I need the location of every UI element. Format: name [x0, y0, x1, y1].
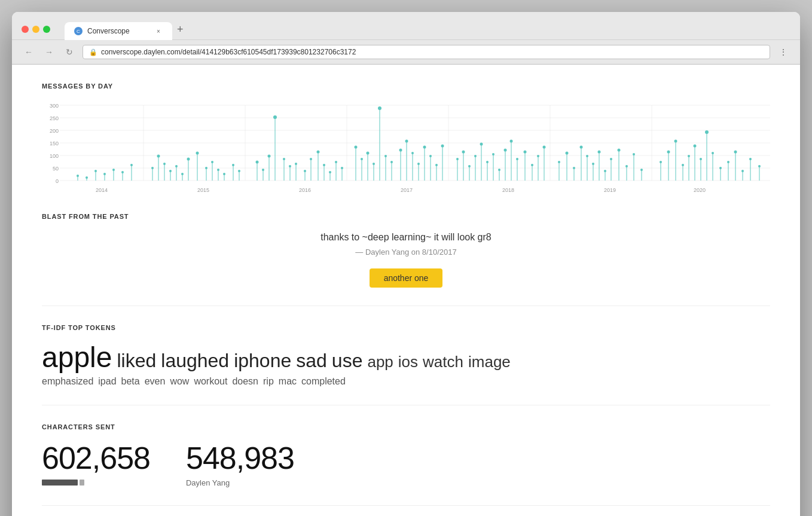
svg-point-132 [468, 165, 471, 167]
svg-point-78 [283, 158, 285, 160]
blast-attribution: — Daylen Yang on 8/10/2017 [42, 248, 770, 257]
svg-point-138 [486, 161, 489, 163]
word-mac: mac [279, 376, 297, 387]
another-one-button[interactable]: another one [370, 268, 443, 288]
svg-point-164 [580, 146, 583, 149]
svg-text:2017: 2017 [401, 187, 413, 193]
active-tab[interactable]: C Converscope × [65, 22, 172, 40]
blast-section-label: BLAST FROM THE PAST [42, 213, 770, 220]
tfidf-section-label: TF-IDF TOP TOKENS [42, 324, 770, 331]
svg-point-168 [592, 163, 594, 165]
chart-section: MESSAGES BY DAY 300 250 200 150 [42, 83, 770, 195]
svg-text:2014: 2014 [96, 187, 108, 193]
svg-text:250: 250 [50, 115, 59, 121]
chars-bar-mine [42, 480, 150, 486]
minimize-button[interactable] [32, 26, 39, 33]
svg-point-202 [719, 167, 722, 169]
word-watch: watch [423, 353, 463, 371]
svg-point-80 [289, 165, 291, 167]
svg-point-158 [558, 161, 560, 163]
svg-point-196 [700, 158, 702, 160]
browser-chrome: C Converscope × + ← → ↻ 🔒 converscope.da… [12, 12, 800, 65]
word-apple: apple [42, 341, 112, 374]
svg-point-108 [384, 155, 387, 157]
svg-point-98 [355, 146, 358, 149]
close-button[interactable] [22, 26, 29, 33]
svg-point-30 [86, 176, 88, 179]
my-chars-count: 602,658 [42, 440, 150, 476]
menu-button[interactable]: ⋮ [776, 45, 790, 59]
svg-point-148 [516, 158, 518, 160]
svg-point-114 [405, 140, 408, 143]
word-liked: liked [117, 350, 156, 372]
svg-point-208 [741, 170, 744, 172]
svg-point-104 [373, 163, 375, 165]
svg-point-82 [295, 163, 297, 165]
other-chars-count: 548,983 [186, 440, 294, 476]
svg-point-116 [411, 152, 414, 154]
svg-point-92 [329, 171, 331, 173]
svg-point-182 [640, 169, 643, 171]
svg-point-176 [618, 149, 621, 152]
tab-close-button[interactable]: × [154, 27, 163, 35]
svg-point-74 [268, 155, 271, 158]
svg-point-190 [682, 164, 684, 166]
title-bar: C Converscope × + [12, 12, 800, 39]
svg-text:0: 0 [56, 178, 59, 184]
svg-point-174 [610, 158, 612, 160]
word-cloud-row2: emphasized ipad beta even wow workout do… [42, 376, 770, 387]
svg-text:2018: 2018 [502, 187, 514, 193]
chars-bar-fill-dark [42, 480, 78, 486]
back-button[interactable]: ← [22, 45, 36, 59]
svg-point-136 [480, 143, 483, 146]
svg-text:50: 50 [53, 166, 59, 172]
svg-point-62 [217, 169, 219, 171]
page-content: MESSAGES BY DAY 300 250 200 150 [12, 65, 800, 516]
url-bar[interactable]: 🔒 converscope.daylen.com/detail/414129b6… [83, 45, 770, 59]
word-use: use [332, 350, 363, 372]
tab-title: Converscope [87, 27, 130, 35]
word-image: image [468, 353, 511, 371]
tfidf-section: TF-IDF TOP TOKENS apple liked laughed ip… [42, 324, 770, 405]
svg-point-152 [531, 164, 533, 166]
other-chars-item: 548,983 Daylen Yang [186, 440, 294, 487]
word-laughed: laughed [161, 350, 229, 372]
svg-point-154 [537, 155, 539, 157]
svg-point-198 [705, 130, 709, 134]
security-icon: 🔒 [89, 48, 97, 56]
forward-button[interactable]: → [42, 45, 56, 59]
svg-point-68 [238, 170, 240, 172]
url-text: converscope.daylen.com/detail/414129b63c… [101, 48, 356, 56]
blast-quote: thanks to ~deep learning~ it will look g… [42, 232, 770, 243]
svg-point-58 [205, 167, 207, 169]
svg-text:2016: 2016 [299, 187, 311, 193]
svg-point-194 [694, 145, 697, 148]
browser-window: C Converscope × + ← → ↻ 🔒 converscope.da… [12, 12, 800, 516]
svg-point-48 [169, 170, 172, 172]
word-even: even [145, 376, 166, 387]
svg-text:2019: 2019 [604, 187, 616, 193]
svg-point-88 [317, 151, 320, 154]
tab-bar: C Converscope × + [60, 19, 188, 39]
svg-text:150: 150 [50, 141, 59, 146]
svg-point-186 [667, 151, 670, 154]
word-iphone: iphone [234, 350, 291, 372]
svg-point-90 [323, 164, 325, 166]
word-workout: workout [194, 376, 227, 387]
svg-text:200: 200 [50, 128, 59, 134]
svg-point-110 [390, 161, 393, 163]
maximize-button[interactable] [43, 26, 50, 33]
svg-point-42 [151, 167, 154, 169]
refresh-button[interactable]: ↻ [62, 45, 77, 59]
chars-section-label: CHARACTERS SENT [42, 423, 770, 430]
new-tab-button[interactable]: + [172, 19, 188, 39]
svg-point-156 [543, 146, 546, 149]
svg-point-72 [262, 169, 264, 171]
svg-point-36 [112, 169, 115, 171]
word-ios: ios [398, 353, 418, 371]
chart-section-label: MESSAGES BY DAY [42, 83, 770, 90]
svg-point-162 [573, 167, 575, 169]
svg-point-124 [435, 164, 438, 166]
svg-point-200 [712, 152, 714, 154]
svg-point-170 [598, 151, 601, 154]
